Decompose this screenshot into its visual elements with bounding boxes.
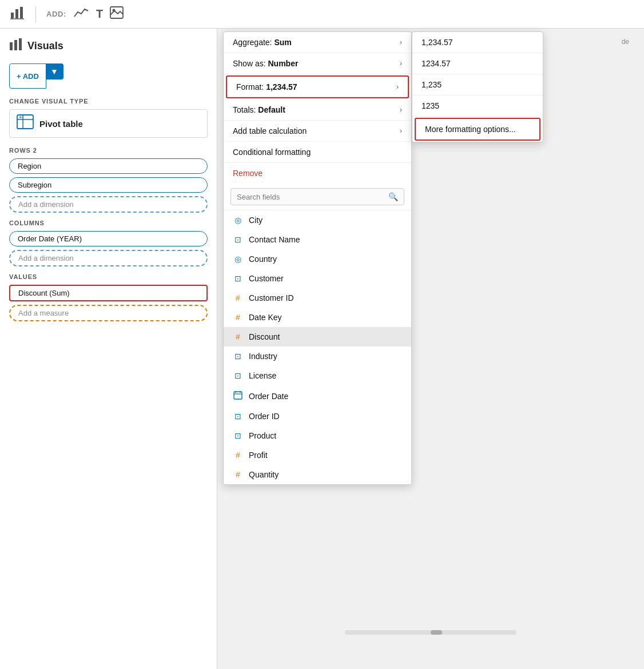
text-icon-customer: ⊡ xyxy=(233,274,243,283)
remove-item[interactable]: Remove xyxy=(224,163,411,184)
field-item-quantity[interactable]: # Quantity xyxy=(224,465,411,484)
conditional-formatting-label: Conditional formatting xyxy=(233,148,311,157)
geo-icon-country: ◎ xyxy=(233,254,243,264)
visual-type-selector[interactable]: Pivot table xyxy=(9,109,208,138)
value-discount[interactable]: Discount (Sum) xyxy=(9,285,208,301)
show-as-label: Show as: Number xyxy=(233,59,298,68)
aggregate-menu-item[interactable]: Aggregate: Sum › xyxy=(224,32,411,53)
field-item-order-date[interactable]: Order Date xyxy=(224,385,411,407)
add-row-dimension[interactable]: Add a dimension xyxy=(9,196,208,213)
change-visual-type-label: CHANGE VISUAL TYPE xyxy=(9,98,208,105)
chart-toolbar-icon[interactable] xyxy=(9,5,25,23)
toolbar-divider xyxy=(35,6,36,22)
format-option-2[interactable]: 1234.57 xyxy=(412,53,543,74)
text-icon[interactable]: T xyxy=(96,7,103,21)
text-icon-product: ⊡ xyxy=(233,431,243,440)
field-item-product[interactable]: ⊡ Product xyxy=(224,426,411,445)
format-label: Format: 1,234.57 xyxy=(236,82,297,91)
text-icon-contact-name: ⊡ xyxy=(233,235,243,244)
text-icon-license: ⊡ xyxy=(233,371,243,380)
field-item-profit[interactable]: # Profit xyxy=(224,445,411,465)
search-box-wrapper: 🔍 xyxy=(224,184,411,210)
field-item-license[interactable]: ⊡ License xyxy=(224,366,411,385)
add-col-dimension[interactable]: Add a dimension xyxy=(9,250,208,266)
svg-rect-8 xyxy=(19,38,22,50)
field-item-industry[interactable]: ⊡ Industry xyxy=(224,347,411,366)
rows-label: ROWS 2 xyxy=(9,147,208,154)
totals-chevron: › xyxy=(400,106,402,114)
visual-type-label: Pivot table xyxy=(39,119,83,129)
format-option-3[interactable]: 1,235 xyxy=(412,74,543,95)
row-subregion[interactable]: Subregion xyxy=(9,177,208,193)
left-panel: Visuals + ADD ▼ CHANGE VISUAL TYPE Pivot… xyxy=(0,29,217,669)
field-item-city[interactable]: ◎ City xyxy=(224,210,411,230)
add-btn-group: + ADD ▼ xyxy=(9,63,208,89)
field-label-quantity: Quantity xyxy=(249,470,279,479)
number-icon-quantity: # xyxy=(233,470,243,479)
field-label-customer: Customer xyxy=(249,274,284,283)
number-icon-profit: # xyxy=(233,451,243,460)
conditional-formatting-item[interactable]: Conditional formatting xyxy=(224,142,411,163)
top-toolbar: ADD: T xyxy=(0,0,644,29)
totals-menu-item[interactable]: Totals: Default › xyxy=(224,99,411,121)
svg-rect-2 xyxy=(20,7,23,18)
panel-title-text: Visuals xyxy=(27,40,63,52)
field-item-date-key[interactable]: # Date Key xyxy=(224,308,411,327)
field-item-customer-id[interactable]: # Customer ID xyxy=(224,288,411,308)
scrollbar-thumb[interactable] xyxy=(431,630,442,635)
aggregate-label: Aggregate: Sum xyxy=(233,38,292,47)
main-layout: Visuals + ADD ▼ CHANGE VISUAL TYPE Pivot… xyxy=(0,29,644,669)
more-formatting-options[interactable]: More formatting options... xyxy=(415,118,540,141)
format-chevron: › xyxy=(396,83,399,91)
svg-rect-7 xyxy=(14,40,17,50)
field-label-contact-name: Contact Name xyxy=(249,235,300,244)
field-label-profit: Profit xyxy=(249,451,268,460)
field-item-country[interactable]: ◎ Country xyxy=(224,249,411,269)
add-table-calc-item[interactable]: Add table calculation › xyxy=(224,121,411,142)
text-icon-industry: ⊡ xyxy=(233,352,243,361)
field-item-customer[interactable]: ⊡ Customer xyxy=(224,269,411,288)
col-order-date[interactable]: Order Date (YEAR) xyxy=(9,231,208,246)
svg-rect-6 xyxy=(10,42,13,50)
field-label-product: Product xyxy=(249,431,276,440)
column-header-de: de xyxy=(622,38,629,46)
format-option-4[interactable]: 1235 xyxy=(412,95,543,117)
search-input[interactable] xyxy=(237,193,388,201)
field-list: ◎ City ⊡ Contact Name ◎ Country ⊡ Custom… xyxy=(224,210,411,484)
show-as-menu-item[interactable]: Show as: Number › xyxy=(224,53,411,74)
number-icon-customer-id: # xyxy=(233,293,243,302)
toolbar-add-label: ADD: xyxy=(46,10,66,18)
add-dropdown-button[interactable]: ▼ xyxy=(46,63,63,79)
svg-rect-1 xyxy=(15,9,18,18)
table-calc-chevron: › xyxy=(400,127,402,135)
visuals-icon xyxy=(9,38,23,54)
svg-rect-0 xyxy=(11,13,14,18)
add-table-calc-label: Add table calculation xyxy=(233,126,307,136)
field-label-license: License xyxy=(249,371,276,380)
totals-label: Totals: Default xyxy=(233,105,285,114)
field-item-contact-name[interactable]: ⊡ Contact Name xyxy=(224,230,411,249)
add-button[interactable]: + ADD xyxy=(9,63,46,89)
field-label-customer-id: Customer ID xyxy=(249,293,294,302)
values-label: VALUES xyxy=(9,273,208,280)
panel-title: Visuals xyxy=(9,38,208,54)
field-item-discount[interactable]: # Discount xyxy=(224,327,411,347)
search-box[interactable]: 🔍 xyxy=(230,188,404,205)
show-as-chevron: › xyxy=(400,59,402,67)
scrollbar-track[interactable] xyxy=(345,630,516,635)
add-measure[interactable]: Add a measure xyxy=(9,305,208,321)
image-icon[interactable] xyxy=(110,6,124,22)
field-label-order-id: Order ID xyxy=(249,412,280,421)
format-option-1[interactable]: 1,234.57 xyxy=(412,32,543,53)
date-icon-order-date xyxy=(233,391,243,401)
line-chart-icon[interactable] xyxy=(73,6,89,22)
context-menu: Aggregate: Sum › Show as: Number › Forma… xyxy=(223,31,412,485)
number-icon-date-key: # xyxy=(233,313,243,322)
text-icon-order-id: ⊡ xyxy=(233,412,243,421)
field-label-discount: Discount xyxy=(249,332,280,341)
field-item-order-id[interactable]: ⊡ Order ID xyxy=(224,407,411,426)
format-menu-item[interactable]: Format: 1,234.57 › xyxy=(226,75,409,98)
row-region[interactable]: Region xyxy=(9,158,208,174)
geo-icon-city: ◎ xyxy=(233,216,243,225)
field-label-date-key: Date Key xyxy=(249,313,282,322)
